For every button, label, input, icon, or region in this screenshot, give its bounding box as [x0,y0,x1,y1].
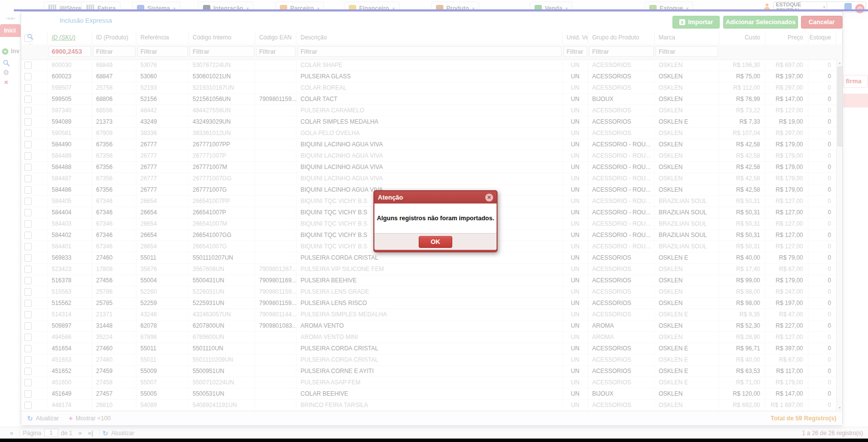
dialog-title: Atenção [378,194,403,201]
dialog-header[interactable]: Atenção ✕ [374,191,497,204]
dialog-message: Alguns registros não foram importados. [377,215,494,222]
dialog-footer: OK [374,233,497,250]
ok-button[interactable]: OK [419,236,452,248]
bottom-black-bar [0,439,868,442]
dialog-body: Alguns registros não foram importados. [374,204,497,233]
atencao-dialog: Atenção ✕ Alguns registros não foram imp… [373,190,498,252]
close-icon[interactable]: ✕ [485,194,493,202]
